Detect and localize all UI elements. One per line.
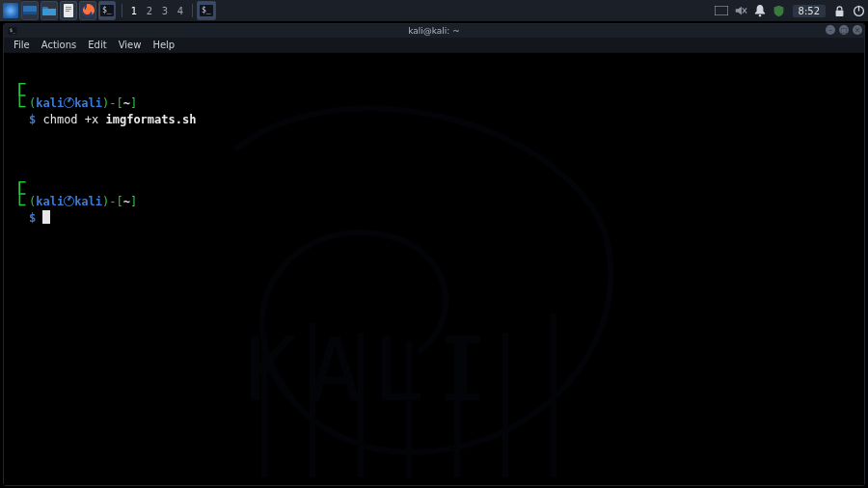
workspace-2[interactable]: 2 xyxy=(142,2,157,19)
tray-audio[interactable] xyxy=(731,0,750,21)
menu-view[interactable]: View xyxy=(113,40,148,50)
window-title: kali@kali: ~ xyxy=(408,26,460,36)
separator xyxy=(192,4,193,17)
menu-file[interactable]: File xyxy=(8,40,36,50)
separator xyxy=(122,4,122,17)
prompt-symbol: $ xyxy=(29,211,36,225)
launcher-files[interactable] xyxy=(41,1,58,20)
prompt-host: kali xyxy=(74,195,102,208)
window-titlebar[interactable]: $_ kali@kali: ~ – ▢ × xyxy=(4,24,864,38)
svg-text:$_: $_ xyxy=(202,6,211,14)
prompt-corner-icon xyxy=(15,81,27,110)
svg-point-12 xyxy=(758,14,760,16)
tray-updates[interactable] xyxy=(770,0,789,21)
firefox-icon xyxy=(80,3,95,18)
svg-rect-5 xyxy=(66,11,69,12)
prompt-rb: ] xyxy=(130,96,137,110)
tray-workspace-overview[interactable] xyxy=(712,0,731,21)
taskbar: $_ 1 2 3 4 $_ xyxy=(0,0,868,21)
prompt-symbol: $ xyxy=(29,113,36,126)
clock[interactable]: 8:52 xyxy=(793,5,826,17)
workspace-3[interactable]: 3 xyxy=(157,2,173,19)
svg-rect-4 xyxy=(66,9,71,10)
terminal-output: (kalikali)-[~] $ chmod +x imgformats.sh … xyxy=(4,53,864,269)
folder-icon xyxy=(41,3,57,18)
taskbar-right: 8:52 xyxy=(712,0,868,21)
cmd1-arg: imgformats.sh xyxy=(106,113,197,126)
prompt-cwd: ~ xyxy=(123,96,130,110)
taskbar-window-terminal-2[interactable]: $_ xyxy=(197,1,216,20)
cmd1-text: chmod +x xyxy=(42,113,105,126)
tray-lock[interactable] xyxy=(829,0,849,21)
terminal-menubar: File Actions Edit View Help xyxy=(4,38,864,53)
prompt-block-1: (kalikali)-[~] $ chmod +x imgformats.sh xyxy=(15,79,853,128)
prompt-rb: ] xyxy=(130,195,137,208)
window-minimize-button[interactable]: – xyxy=(826,25,835,35)
window-app-icon: $_ xyxy=(8,26,17,36)
menu-help[interactable]: Help xyxy=(147,40,180,50)
document-icon xyxy=(61,3,76,18)
lock-icon xyxy=(834,5,845,17)
menu-edit[interactable]: Edit xyxy=(82,40,112,50)
terminal-icon: $_ xyxy=(199,3,214,18)
kali-logo-icon xyxy=(3,3,18,18)
prompt-corner-icon xyxy=(15,179,27,208)
window-close-button[interactable]: × xyxy=(853,25,862,35)
power-icon xyxy=(853,5,865,17)
prompt-dash: - xyxy=(109,195,116,208)
terminal-window: $_ kali@kali: ~ – ▢ × File Actions Edit … xyxy=(3,23,865,486)
desktop-icon xyxy=(22,3,38,18)
audio-muted-icon xyxy=(734,4,747,17)
prompt-lb: [ xyxy=(117,195,123,208)
svg-rect-3 xyxy=(66,7,71,8)
taskbar-left: $_ 1 2 3 4 $_ xyxy=(0,0,218,21)
workspace-1[interactable]: 1 xyxy=(126,2,142,19)
terminal-cursor xyxy=(42,210,50,224)
blank-line xyxy=(15,145,853,161)
kali-skull-icon xyxy=(64,97,74,108)
svg-rect-11 xyxy=(715,6,728,15)
prompt-cwd: ~ xyxy=(123,195,130,208)
workspace-4[interactable]: 4 xyxy=(173,2,188,19)
kali-skull-icon xyxy=(64,196,74,206)
prompt-host: kali xyxy=(74,96,102,110)
prompt-dash: - xyxy=(109,96,116,110)
tray-power[interactable] xyxy=(849,0,868,21)
terminal-body[interactable]: KALI (kalikali)-[~] $ chmod +x imgformat… xyxy=(4,53,864,485)
svg-text:$_: $_ xyxy=(10,27,16,34)
overview-icon xyxy=(715,6,728,15)
prompt-block-2: (kalikali)-[~] $ xyxy=(15,177,853,227)
launcher-show-desktop[interactable] xyxy=(21,1,39,20)
svg-text:KALI: KALI xyxy=(245,319,501,420)
shield-icon xyxy=(773,5,785,17)
launcher-firefox[interactable] xyxy=(79,1,96,20)
tray-notifications[interactable] xyxy=(750,0,770,21)
taskbar-window-terminal[interactable]: $_ xyxy=(98,1,116,20)
svg-rect-13 xyxy=(835,10,843,15)
prompt-lb: [ xyxy=(117,96,123,110)
bell-icon xyxy=(754,4,766,17)
svg-rect-1 xyxy=(23,12,37,14)
svg-text:$_: $_ xyxy=(102,6,112,14)
prompt-user: kali xyxy=(36,195,64,208)
window-maximize-button[interactable]: ▢ xyxy=(839,25,849,35)
app-menu-button[interactable] xyxy=(0,0,21,21)
launcher-text-editor[interactable] xyxy=(60,1,77,20)
terminal-icon: $_ xyxy=(99,3,115,18)
prompt-user: kali xyxy=(36,96,64,110)
menu-actions[interactable]: Actions xyxy=(36,40,83,50)
